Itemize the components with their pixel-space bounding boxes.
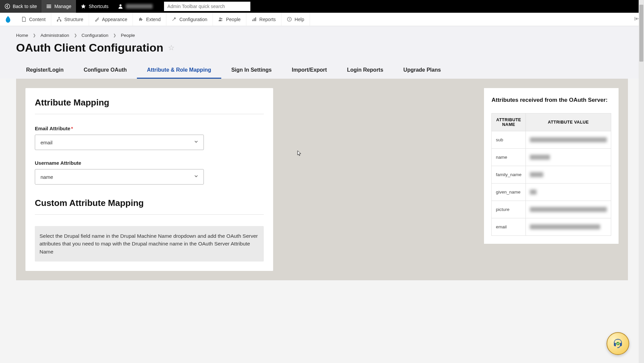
tab-upgrade-plans[interactable]: Upgrade Plans	[393, 62, 451, 79]
secondary-toolbar: Content Structure Appearance Extend Conf…	[0, 13, 644, 26]
username-attribute-group: Username Attribute name	[35, 160, 264, 185]
nav-help[interactable]: ? Help	[281, 13, 310, 26]
nav-structure[interactable]: Structure	[51, 13, 89, 26]
svg-point-6	[221, 18, 223, 19]
tab-import-export[interactable]: Import/Export	[282, 62, 337, 79]
nav-reports[interactable]: Reports	[246, 13, 281, 26]
chevron-right-icon: ❯	[113, 33, 116, 38]
svg-rect-8	[254, 18, 255, 21]
scrollbar-track[interactable]	[639, 0, 644, 296]
attr-value-cell: xx	[526, 183, 611, 201]
table-row: family_name xxxxx	[492, 166, 611, 183]
attr-name-cell: sub	[492, 131, 526, 148]
attr-name-cell: given_name	[492, 183, 526, 201]
divider	[35, 214, 264, 215]
wrench-icon	[172, 17, 177, 22]
user-menu-button[interactable]	[113, 0, 157, 13]
custom-mapping-heading: Custom Attribute Mapping	[35, 198, 264, 208]
shortcuts-label: Shortcuts	[89, 4, 108, 9]
table-row: sub xxxxxxxxxxxxxxxxxxxxxxxxxxxx	[492, 131, 611, 148]
attr-name-header: ATTRIBUTE NAME	[492, 113, 526, 131]
page-header: Home ❯ Administration ❯ Configuration ❯ …	[0, 26, 644, 79]
attr-name-cell: family_name	[492, 166, 526, 183]
nav-label: People	[226, 17, 241, 22]
attr-value-cell: xxxxx	[526, 166, 611, 183]
nav-extend[interactable]: Extend	[133, 13, 166, 26]
breadcrumb-link[interactable]: People	[121, 33, 135, 38]
attr-value-cell: xxxxxxxxxxxxxxxxxxxxxxxxxxxx	[526, 131, 611, 148]
breadcrumb-link[interactable]: Administration	[41, 33, 69, 38]
tab-signin-settings[interactable]: Sign In Settings	[221, 62, 282, 79]
nav-content[interactable]: Content	[16, 13, 51, 26]
breadcrumb: Home ❯ Administration ❯ Configuration ❯ …	[16, 33, 628, 38]
attr-value-cell: xxxxxxxxxxxxxxxxxxxxxxxxxxxx	[526, 201, 611, 218]
nav-label: Help	[295, 17, 304, 22]
nav-label: Appearance	[102, 17, 128, 22]
nav-people[interactable]: People	[213, 13, 246, 26]
attr-value-header: ATTRIBUTE VALUE	[526, 113, 611, 131]
svg-rect-4	[60, 20, 61, 21]
hierarchy-icon	[57, 17, 62, 22]
favorite-star-icon[interactable]: ☆	[168, 44, 175, 52]
svg-rect-9	[255, 17, 256, 21]
username-redacted	[126, 4, 153, 9]
required-marker: *	[71, 126, 73, 131]
main-content: Attribute Mapping Email Attribute* email…	[16, 79, 628, 280]
back-to-site-label: Back to site	[13, 4, 37, 9]
nav-configuration[interactable]: Configuration	[166, 13, 213, 26]
drupal-logo-icon[interactable]	[5, 15, 11, 23]
user-icon	[118, 4, 123, 9]
shortcuts-button[interactable]: Shortcuts	[76, 0, 113, 13]
breadcrumb-link[interactable]: Home	[16, 33, 28, 38]
admin-top-toolbar: Back to site Manage Shortcuts	[0, 0, 644, 13]
hamburger-icon	[46, 4, 52, 9]
attribute-mapping-heading: Attribute Mapping	[35, 97, 264, 108]
tab-register-login[interactable]: Register/Login	[16, 62, 74, 79]
breadcrumb-link[interactable]: Configuration	[82, 33, 108, 38]
nav-label: Extend	[146, 17, 161, 22]
people-icon	[218, 17, 223, 22]
admin-search-wrapper	[164, 2, 250, 11]
table-row: given_name xx	[492, 183, 611, 201]
tab-login-reports[interactable]: Login Reports	[337, 62, 393, 79]
nav-label: Reports	[259, 17, 276, 22]
page-title: OAuth Client Configuration	[16, 41, 163, 54]
attributes-received-heading: Attributes received from the OAuth Serve…	[491, 96, 611, 104]
attributes-table: ATTRIBUTE NAME ATTRIBUTE VALUE sub xxxxx…	[491, 113, 611, 236]
table-row: picture xxxxxxxxxxxxxxxxxxxxxxxxxxxx	[492, 201, 611, 218]
tab-configure-oauth[interactable]: Configure OAuth	[74, 62, 137, 79]
email-attribute-label: Email Attribute*	[35, 126, 264, 131]
chart-icon	[252, 17, 257, 22]
attribute-mapping-card: Attribute Mapping Email Attribute* email…	[25, 88, 273, 271]
table-row: email xxxxxxxxxxxxxxxxxxxxxxxxx	[492, 218, 611, 235]
nav-label: Structure	[64, 17, 83, 22]
scrollbar-thumb[interactable]	[639, 5, 643, 62]
document-icon	[21, 17, 26, 22]
chevron-right-icon: ❯	[74, 33, 77, 38]
attributes-received-card: Attributes received from the OAuth Serve…	[484, 88, 619, 244]
admin-search-input[interactable]	[164, 2, 250, 11]
divider	[35, 114, 264, 114]
attr-name-cell: name	[492, 148, 526, 166]
nav-label: Configuration	[179, 17, 207, 22]
manage-label: Manage	[54, 4, 71, 9]
config-tabs: Register/Login Configure OAuth Attribute…	[16, 62, 628, 79]
table-row: name xxxxxxx	[492, 148, 611, 166]
svg-rect-3	[57, 20, 58, 21]
back-arrow-icon	[5, 4, 10, 9]
nav-appearance[interactable]: Appearance	[89, 13, 133, 26]
puzzle-icon	[138, 17, 143, 22]
svg-point-5	[220, 17, 221, 19]
attr-name-cell: picture	[492, 201, 526, 218]
email-attribute-select[interactable]: email	[35, 135, 204, 150]
email-attribute-group: Email Attribute* email	[35, 126, 264, 150]
tab-attribute-role-mapping[interactable]: Attribute & Role Mapping	[137, 62, 221, 79]
username-attribute-label: Username Attribute	[35, 160, 264, 166]
manage-button[interactable]: Manage	[42, 0, 76, 13]
svg-point-1	[119, 4, 122, 6]
custom-mapping-info: Select the Drupal field name in the Drup…	[35, 226, 264, 262]
chevron-right-icon: ❯	[33, 33, 36, 38]
username-attribute-select[interactable]: name	[35, 169, 204, 185]
back-to-site-button[interactable]: Back to site	[0, 0, 42, 13]
svg-point-0	[5, 4, 10, 9]
